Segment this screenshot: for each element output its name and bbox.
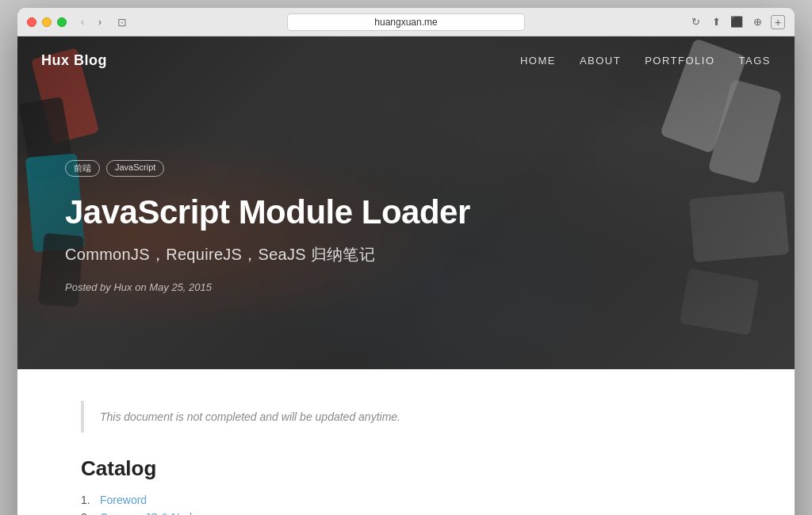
catalog-item-2: CommonJS & Node	[81, 511, 731, 515]
url-text: huangxuan.me	[374, 17, 437, 28]
reload-icon[interactable]: ↻	[688, 15, 703, 29]
catalog-link-foreword[interactable]: Foreword	[100, 494, 147, 506]
download-icon[interactable]: ⊕	[750, 15, 764, 29]
nav-bar: Hux Blog HOME ABOUT PORTFOLIO TAGS	[17, 36, 795, 84]
browser-window: ‹ › ⊡ huangxuan.me ↻ ⬆ ⬛ ⊕ +	[17, 8, 795, 515]
new-tab-button[interactable]: +	[771, 15, 785, 29]
tab-icon: ⊡	[117, 16, 127, 29]
nav-item-home[interactable]: HOME	[520, 53, 556, 67]
catalog-heading: Catalog	[81, 456, 731, 481]
close-button[interactable]	[27, 17, 36, 27]
address-bar[interactable]: huangxuan.me	[287, 13, 525, 31]
nav-item-tags[interactable]: TAGS	[739, 53, 771, 67]
maximize-button[interactable]	[57, 17, 67, 27]
tag-javascript[interactable]: JavaScript	[106, 160, 164, 177]
nav-link-about[interactable]: ABOUT	[580, 55, 621, 67]
article-notice: This document is not completed and will …	[81, 401, 731, 433]
hero-subtitle: CommonJS，RequireJS，SeaJS 归纳笔记	[65, 244, 747, 265]
catalog-item-1: Foreword	[81, 494, 731, 506]
tag-frontend[interactable]: 前端	[65, 160, 100, 177]
back-button[interactable]: ‹	[76, 16, 89, 29]
site-logo: Hux Blog	[41, 52, 107, 69]
nav-link-tags[interactable]: TAGS	[739, 55, 771, 67]
browser-buttons	[27, 17, 67, 27]
forward-button[interactable]: ›	[94, 16, 106, 29]
nav-item-about[interactable]: ABOUT	[580, 53, 621, 67]
hero-meta: Posted by Hux on May 25, 2015	[65, 281, 747, 293]
browser-nav: ‹ › ⊡	[76, 16, 127, 29]
site-content: Hux Blog HOME ABOUT PORTFOLIO TAGS	[17, 36, 795, 515]
browser-titlebar: ‹ › ⊡ huangxuan.me ↻ ⬆ ⬛ ⊕ +	[17, 8, 795, 36]
minimize-button[interactable]	[42, 17, 52, 27]
hero-title: JavaScript Module Loader	[65, 193, 747, 232]
nav-link-portfolio[interactable]: PORTFOLIO	[645, 55, 714, 67]
hero-content: 前端 JavaScript JavaScript Module Loader C…	[17, 84, 795, 369]
nav-item-portfolio[interactable]: PORTFOLIO	[645, 53, 714, 67]
article-content: This document is not completed and will …	[17, 369, 795, 515]
notice-text: This document is not completed and will …	[100, 410, 715, 423]
catalog-list: Foreword CommonJS & Node ...	[81, 494, 731, 515]
share-icon[interactable]: ⬆	[709, 15, 723, 29]
nav-link-home[interactable]: HOME	[520, 55, 556, 67]
hero-tags: 前端 JavaScript	[65, 160, 747, 177]
nav-links: HOME ABOUT PORTFOLIO TAGS	[520, 53, 771, 67]
browser-actions: ↻ ⬆ ⬛ ⊕ +	[688, 15, 785, 29]
airplay-icon[interactable]: ⬛	[730, 15, 744, 29]
catalog-link-commonjs[interactable]: CommonJS & Node	[100, 511, 198, 515]
hero-section: Hux Blog HOME ABOUT PORTFOLIO TAGS	[17, 36, 795, 369]
